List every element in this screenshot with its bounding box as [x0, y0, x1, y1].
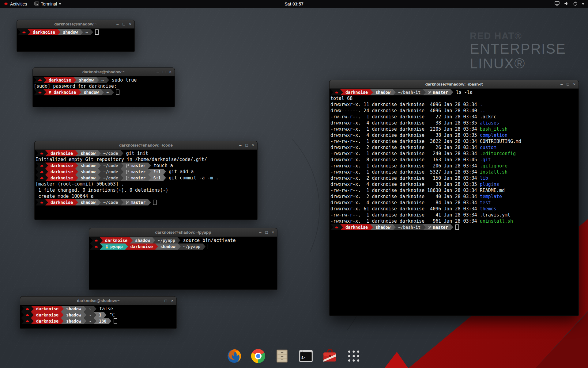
- terminal-cursor: [114, 318, 117, 324]
- titlebar[interactable]: darknoise@shadow:~/code – □ ×: [35, 141, 257, 150]
- terminal-body[interactable]: darknoiseshadow~/pyapp source bin/activa…: [89, 237, 277, 289]
- terminal-body[interactable]: darknoiseshadow~/bash-itmaster ls -latot…: [330, 89, 579, 316]
- powerline-arrow: [61, 306, 64, 312]
- prompt-line: darknoiseshadow~/codemaster: [36, 199, 256, 205]
- output-line: drwxrwxr-x. 4 darknoise darknoise 84 Jan…: [330, 200, 578, 206]
- clock[interactable]: Sat 03:57: [285, 2, 303, 6]
- close-button[interactable]: ×: [171, 299, 173, 303]
- maximize-button[interactable]: □: [567, 82, 569, 86]
- titlebar[interactable]: darknoise@shadow:~ – □ ×: [17, 20, 134, 29]
- powerline-arrow: [148, 175, 151, 181]
- maximize-button[interactable]: □: [246, 143, 248, 147]
- titlebar[interactable]: darknoise@shadow:~ – □ ×: [20, 297, 176, 305]
- redhat-icon: [24, 306, 31, 312]
- maximize-button[interactable]: □: [165, 299, 167, 303]
- titlebar[interactable]: darknoise@shadow:~ – □ ×: [33, 68, 175, 76]
- minimize-button[interactable]: –: [239, 143, 241, 147]
- app-menu[interactable]: Terminal: [31, 0, 65, 8]
- activities-button[interactable]: Activities: [0, 0, 31, 8]
- close-button[interactable]: ×: [169, 70, 172, 74]
- rhel-branding: RED HAT® ENTERPRISE LINUX®: [470, 31, 566, 71]
- prompt-segment: ~: [83, 29, 90, 35]
- powerline-arrow: [121, 169, 123, 175]
- minimize-button[interactable]: –: [259, 230, 261, 234]
- output-text: drwxrwxr-x. 2 darknoise darknoise 150 Ja…: [330, 175, 480, 181]
- maximize-button[interactable]: □: [266, 230, 268, 234]
- terminal-body[interactable]: darknoiseshadow~/code git initInitialize…: [35, 150, 257, 220]
- prompt-segment: shadow: [64, 312, 84, 318]
- chevron-down-icon: [59, 3, 61, 5]
- executable-name: install.sh: [480, 169, 507, 175]
- prompt-segment: ~/pyapp: [181, 243, 203, 250]
- maximize-button[interactable]: □: [163, 70, 165, 74]
- output-text: README.md: [480, 188, 505, 193]
- directory-name: .: [480, 102, 483, 107]
- output-text: -rwxrwxr-x. 1 darknoise darknoise 961 Ja…: [330, 218, 480, 224]
- powerline-arrow: [178, 237, 180, 243]
- output-line: Initialized empty Git repository in /hom…: [36, 156, 256, 163]
- files-icon[interactable]: [274, 348, 290, 364]
- display-icon: [555, 1, 560, 7]
- output-text: drwxrwxr-x. 4 darknoise darknoise 38 Jan…: [330, 182, 480, 187]
- titlebar[interactable]: darknoise@shadow:~/pyapp – □ ×: [89, 228, 277, 237]
- output-line: -rwxrwxr-x. 1 darknoise darknoise 5327 J…: [330, 169, 578, 175]
- maximize-button[interactable]: □: [123, 22, 125, 26]
- terminal-cursor: [455, 224, 459, 230]
- firefox-icon[interactable]: [227, 348, 242, 364]
- terminal-icon[interactable]: $>: [298, 348, 314, 364]
- powerline-arrow: [75, 150, 78, 156]
- output-line: -rwxrwxr-x. 1 darknoise darknoise 961 Ja…: [330, 218, 578, 224]
- system-status-area[interactable]: [555, 0, 588, 8]
- output-line: [sudo] password for darknoise:: [34, 83, 174, 89]
- close-button[interactable]: ×: [129, 22, 131, 26]
- terminal-body[interactable]: darknoiseshadow~: [17, 29, 134, 52]
- redhat-logo-icon: [4, 1, 8, 7]
- window-title: darknoise@shadow:~/pyapp: [155, 230, 211, 235]
- minimize-button[interactable]: –: [158, 299, 160, 303]
- terminal-body[interactable]: darknoiseshadow~ sudo true[sudo] passwor…: [33, 76, 175, 107]
- prompt-segment: darknoise: [103, 237, 130, 243]
- powerline-arrow: [43, 89, 46, 95]
- app-grid-icon[interactable]: [346, 348, 361, 364]
- output-line: drwxrwxr-x. 4 darknoise darknoise 38 Jan…: [330, 120, 578, 126]
- executable-name: bash_it.sh: [480, 126, 507, 132]
- terminal-body[interactable]: darknoiseshadow~ falsedarknoiseshadow~1 …: [20, 305, 176, 328]
- output-text: drwxrwxr-x. 11 darknoise darknoise 4096 …: [330, 102, 480, 107]
- output-text: Initialized empty Git repository in /hom…: [36, 157, 207, 162]
- prompt-segment: shadow: [133, 237, 153, 243]
- powerline-arrow: [78, 89, 81, 95]
- branding-redhat: RED HAT®: [470, 31, 566, 42]
- redhat-icon: [38, 150, 45, 156]
- powerline-arrow: [90, 243, 93, 250]
- output-line: drwx------. 24 darknoise darknoise 4096 …: [330, 108, 578, 114]
- toolbox-icon[interactable]: [322, 348, 337, 364]
- powerline-arrow: [450, 224, 453, 230]
- powerline-arrow: [74, 77, 76, 83]
- powerline-arrow: [340, 89, 343, 95]
- close-button[interactable]: ×: [573, 82, 575, 86]
- prompt-line: darknoiseshadow~/codemaster?:1 git add a: [36, 169, 256, 175]
- prompt-line: darknoiseshadow~1 ^C: [21, 312, 175, 318]
- close-button[interactable]: ×: [252, 143, 254, 147]
- output-line: drwxrwxr-x. 4 darknoise darknoise 38 Jan…: [330, 181, 578, 187]
- output-line: -rw-rw-r--. 1 darknoise darknoise 41 Jan…: [330, 212, 578, 218]
- chrome-icon[interactable]: [251, 348, 266, 364]
- powerline-arrow: [45, 175, 48, 181]
- branch-icon: master: [426, 224, 450, 230]
- output-text: 1 file changed, 0 insertions(+), 0 delet…: [36, 187, 168, 193]
- prompt-line: darknoiseshadow~/bash-itmaster ls -la: [330, 89, 578, 95]
- prompt-segment: ~/pyapp: [155, 237, 178, 243]
- close-button[interactable]: ×: [272, 230, 274, 234]
- terminal-window-home-1: darknoise@shadow:~ – □ × darknoiseshadow…: [17, 20, 135, 52]
- prompt-line: darknoiseshadow~/code git init: [36, 150, 256, 156]
- output-text: drwx------. 24 darknoise darknoise 4096 …: [330, 108, 480, 113]
- powerline-arrow: [203, 243, 205, 250]
- prompt-segment: darknoise: [48, 175, 75, 181]
- output-line: -rw-rw-r--. 1 darknoise darknoise 18630 …: [330, 187, 578, 194]
- titlebar[interactable]: darknoise@shadow:~/bash-it – □ ×: [330, 80, 579, 89]
- minimize-button[interactable]: –: [156, 70, 159, 74]
- powerline-arrow: [370, 89, 373, 95]
- minimize-button[interactable]: –: [560, 82, 563, 86]
- minimize-button[interactable]: –: [116, 22, 119, 26]
- redhat-icon: [38, 169, 45, 175]
